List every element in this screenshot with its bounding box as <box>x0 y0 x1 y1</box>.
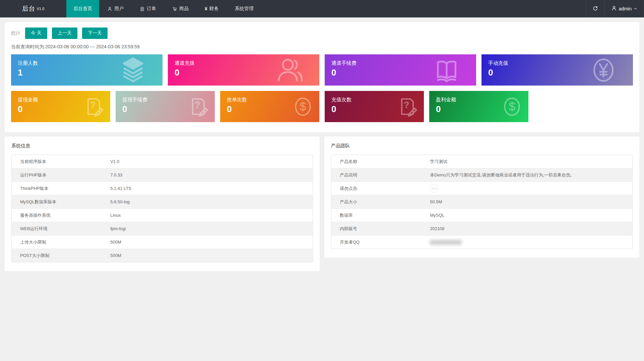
stat-card-1-2: 通道手续费 0 <box>325 54 476 86</box>
stats-panel: 统计 今 天上一天下一天 当前查询时间为:2024-03-06 00:00:00… <box>5 22 639 132</box>
user-icon <box>107 6 112 11</box>
stat-card-1-0: 注册人数 1 <box>11 54 163 86</box>
system-info-table: 当前程序版本 V1.0 运行PHP版本 7.0.33 ThinkPHP版本 5.… <box>11 155 313 262</box>
refresh-button[interactable] <box>586 0 604 17</box>
query-time-text: 当前查询时间为:2024-03-06 00:00:00 --- 2024-03-… <box>11 44 633 50</box>
stats-header: 统计 今 天上一天下一天 <box>11 28 633 39</box>
row-value: MySQL <box>422 209 632 222</box>
svg-text:$: $ <box>509 100 515 113</box>
table-row: 当前程序版本 V1.0 <box>12 155 313 168</box>
row-value: 5.1.41 LTS <box>102 182 313 195</box>
nav-item-2[interactable]: 订单 <box>132 0 164 17</box>
info-section: 系统信息 当前程序版本 V1.0 运行PHP版本 7.0.33 ThinkPHP… <box>5 137 639 271</box>
product-team-table: 产品名称 学习测试 产品说明 本Demo只为学习测试交流,请勿要做商业或者用于违… <box>331 155 633 249</box>
nav-item-5[interactable]: 系统管理 <box>227 0 262 17</box>
stats-title: 统计 <box>11 30 20 36</box>
table-row: 产品大小 50.5M <box>331 195 633 209</box>
row-label: 运行PHP版本 <box>12 168 102 182</box>
nav-item-4[interactable]: ¥ 财务 <box>197 0 227 17</box>
row-label: 请勿点击 <box>331 182 422 195</box>
row-label: 服务器操作系统 <box>12 209 102 222</box>
app-version: V1.0 <box>37 7 45 11</box>
row-label: 数据库 <box>331 209 422 222</box>
table-row: WEB运行环境 fpm-fcgi <box>12 222 313 236</box>
row-label: 上传大小限制 <box>12 236 102 249</box>
row-value: 5.6.50-log <box>102 195 313 209</box>
row-label: 当前程序版本 <box>12 155 102 168</box>
stat-card-2-0: 提现金额 0 ? <box>11 91 110 122</box>
doc-question-icon: ? <box>83 96 105 118</box>
system-info-panel: 系统信息 当前程序版本 V1.0 运行PHP版本 7.0.33 ThinkPHP… <box>5 137 320 271</box>
stat-card-1-3: 手动充值 0 <box>481 54 633 86</box>
row-label: 内部版号 <box>331 222 422 236</box>
row-value: 404 <box>422 182 632 195</box>
table-row: ThinkPHP版本 5.1.41 LTS <box>12 182 313 195</box>
svg-text:?: ? <box>404 100 409 110</box>
admin-user-icon <box>611 5 617 12</box>
doc-question-icon: ? <box>396 96 418 118</box>
nav-item-1[interactable]: 用户 <box>99 0 132 17</box>
date-button-0[interactable]: 今 天 <box>25 28 47 39</box>
refresh-icon <box>592 5 598 12</box>
row-value: Linux <box>102 209 313 222</box>
row-label: ThinkPHP版本 <box>12 182 102 195</box>
row-label: 产品说明 <box>331 168 422 182</box>
chevron-up-icon <box>634 6 637 11</box>
doc-question-icon: ? <box>187 96 209 118</box>
dollar-circle-icon: $ <box>501 96 523 118</box>
stat-cards-row-2: 提现金额 0 ? 提现手续费 0 ? 抢单次数 0 $ 充值次数 0 ? 盈利金… <box>11 91 633 122</box>
redacted-value <box>430 240 462 245</box>
app-title: 后台 <box>22 4 36 13</box>
row-value: 学习测试 <box>422 155 632 168</box>
navbar-right: admin <box>586 0 644 17</box>
order-icon <box>140 6 145 11</box>
admin-dashboard-page: 后台 V1.0 后台首页 用户 订单 商品 ¥ 财务 系统管理 <box>0 0 644 361</box>
date-filter-buttons: 今 天上一天下一天 <box>25 28 108 39</box>
row-label: MySQL数据库版本 <box>12 195 102 209</box>
nav-item-3[interactable]: 商品 <box>164 0 197 17</box>
svg-text:?: ? <box>195 100 200 110</box>
layers-icon <box>119 56 147 84</box>
table-row: 产品名称 学习测试 <box>331 155 633 168</box>
date-button-1[interactable]: 上一天 <box>52 28 77 39</box>
row-value: 500M <box>102 249 313 262</box>
system-info-title: 系统信息 <box>11 143 313 149</box>
row-value <box>422 236 632 249</box>
admin-username: admin <box>619 6 632 11</box>
stat-card-2-2: 抢单次数 0 $ <box>220 91 319 122</box>
row-label: POST大小限制 <box>12 249 102 262</box>
table-row: 服务器操作系统 Linux <box>12 209 313 222</box>
dollar-circle-icon: $ <box>292 96 314 118</box>
table-row: 开发者QQ <box>331 236 633 249</box>
main-menu: 后台首页 用户 订单 商品 ¥ 财务 系统管理 <box>66 0 262 17</box>
table-row: 运行PHP版本 7.0.33 <box>12 168 313 182</box>
row-value: V1.0 <box>102 155 313 168</box>
yen-icon: ¥ <box>205 6 207 11</box>
users-icon <box>276 56 304 84</box>
nav-item-0[interactable]: 后台首页 <box>66 0 99 17</box>
row-value: 50.5M <box>422 195 632 209</box>
badge-404[interactable]: 404 <box>430 184 438 193</box>
table-row: MySQL数据库版本 5.6.50-log <box>12 195 313 209</box>
row-value: 本Demo只为学习测试交流,请勿要做商业或者用于违法行为,一切后果自负。 <box>422 168 632 182</box>
main-content: 统计 今 天上一天下一天 当前查询时间为:2024-03-06 00:00:00… <box>0 17 644 276</box>
row-value: 500M <box>102 236 313 249</box>
row-value: 202108 <box>422 222 632 236</box>
row-label: WEB运行环境 <box>12 222 102 236</box>
table-row: 上传大小限制 500M <box>12 236 313 249</box>
top-navbar: 后台 V1.0 后台首页 用户 订单 商品 ¥ 财务 系统管理 <box>0 0 644 17</box>
svg-text:$: $ <box>300 100 306 113</box>
book-icon <box>433 56 461 84</box>
stat-card-1-1: 通道充值 0 <box>168 54 319 86</box>
admin-menu-button[interactable]: admin <box>604 0 644 17</box>
date-button-2[interactable]: 下一天 <box>82 28 108 39</box>
yen-circle-icon <box>589 56 618 84</box>
stat-cards-row-1: 注册人数 1 通道充值 0 通道手续费 0 手动充值 0 <box>11 54 633 86</box>
table-row: 内部版号 202108 <box>331 222 633 236</box>
row-label: 开发者QQ <box>331 236 422 249</box>
stat-card-2-4: 盈利金额 0 $ <box>429 91 528 122</box>
row-value: 7.0.33 <box>102 168 313 182</box>
table-row: 产品说明 本Demo只为学习测试交流,请勿要做商业或者用于违法行为,一切后果自负… <box>331 168 633 182</box>
table-row: POST大小限制 500M <box>12 249 313 262</box>
app-logo: 后台 V1.0 <box>0 0 66 17</box>
